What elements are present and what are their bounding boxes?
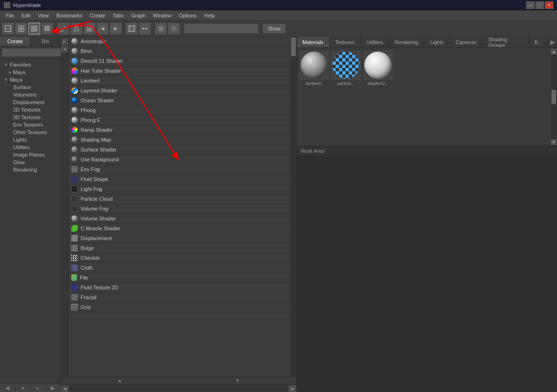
- tool-btn-6[interactable]: [83, 23, 96, 35]
- tree-item-maya[interactable]: ▼ Maya: [0, 76, 60, 83]
- swatch-particle[interactable]: particle...: [331, 50, 361, 88]
- shader-fractal[interactable]: Fractal: [68, 293, 291, 302]
- menu-file[interactable]: File: [2, 12, 18, 19]
- tree-item-utilities[interactable]: Utilities: [0, 143, 60, 151]
- shader-fluidshape[interactable]: Fluid Shape: [68, 174, 291, 184]
- hscroll-left[interactable]: ◀: [61, 385, 68, 392]
- tree-item-imageplanes[interactable]: Image Planes: [0, 151, 60, 158]
- menu-graph[interactable]: Graph: [128, 12, 150, 19]
- menu-options[interactable]: Options: [175, 12, 200, 19]
- search-toolbar-input[interactable]: [184, 23, 259, 34]
- side-btn-2[interactable]: ◀: [61, 46, 68, 53]
- tree-item-rendering[interactable]: Rendering: [0, 166, 60, 173]
- tool-btn-4[interactable]: [41, 23, 53, 35]
- tree-item-volumetric[interactable]: Volumetric: [0, 91, 60, 98]
- shader-ocean[interactable]: Ocean Shader: [68, 96, 291, 106]
- shader-fluidtex2d[interactable]: Fluid Texture 2D: [68, 283, 291, 293]
- tree-item-othertextures[interactable]: Other Textures: [0, 128, 60, 136]
- tool-btn-cog[interactable]: [168, 23, 180, 35]
- shader-scroll-up[interactable]: ▲: [61, 377, 179, 384]
- swatch-shadergl[interactable]: shaderGl...: [362, 50, 393, 88]
- rtab-materials[interactable]: Materials: [297, 37, 330, 47]
- shader-scrollbar-thumb[interactable]: [291, 38, 296, 56]
- tree-item-displacement[interactable]: Displacement: [0, 98, 60, 106]
- tool-btn-next[interactable]: ▶: [110, 23, 122, 35]
- tool-btn-frame[interactable]: [126, 23, 138, 35]
- tree-item-maya-plus[interactable]: + Maya: [0, 68, 60, 76]
- rtab-rendering[interactable]: Rendering: [389, 37, 425, 47]
- rtab-cameras[interactable]: Cameras: [450, 37, 483, 47]
- tool-btn-3[interactable]: [28, 23, 40, 35]
- close-button[interactable]: ✕: [545, 1, 553, 9]
- tree-item-envtextures[interactable]: Env Textures: [0, 121, 60, 128]
- tree-scroll-left[interactable]: ◀: [0, 384, 15, 392]
- work-area-canvas[interactable]: [297, 156, 557, 392]
- hscroll-track[interactable]: [69, 386, 288, 391]
- shader-layered[interactable]: Layered Shader: [68, 86, 291, 96]
- shader-particlecloud[interactable]: Particle Cloud: [68, 194, 291, 204]
- shader-lambert[interactable]: Lambert: [68, 76, 291, 86]
- rtab-arrow[interactable]: ▶: [548, 37, 557, 47]
- rtab-utilities[interactable]: Utilities: [361, 37, 389, 47]
- menu-view[interactable]: View: [34, 12, 53, 19]
- tree-scroll-right[interactable]: ▶: [46, 384, 61, 392]
- tab-bin[interactable]: Bin: [30, 37, 60, 46]
- shader-checker[interactable]: Checker: [68, 253, 291, 263]
- shader-file[interactable]: File: [68, 273, 291, 283]
- menu-window[interactable]: Window: [149, 12, 175, 19]
- shader-cmuscleshader[interactable]: C Muscle Shader: [68, 224, 291, 234]
- tool-btn-wand[interactable]: [57, 23, 69, 35]
- shader-grid[interactable]: Grid: [68, 302, 291, 312]
- show-button[interactable]: Show: [263, 23, 286, 34]
- tree-scroll-right2[interactable]: ▸: [30, 384, 46, 392]
- shader-usebackground[interactable]: Use Background: [68, 155, 291, 165]
- shader-volumefog[interactable]: Volume Fog: [68, 204, 291, 214]
- tool-btn-target[interactable]: [155, 23, 167, 35]
- swatch-lambert1[interactable]: lambert1: [299, 50, 330, 88]
- rtab-shadinggroups[interactable]: Shading Groups: [482, 37, 529, 47]
- shader-hairtube[interactable]: Hair Tube Shader: [68, 66, 291, 76]
- shader-volumeshader[interactable]: Volume Shader: [68, 214, 291, 224]
- tool-btn-1[interactable]: [2, 23, 14, 35]
- shader-ramp[interactable]: Ramp Shader: [68, 125, 291, 135]
- side-btn-1[interactable]: ▶: [61, 38, 68, 45]
- shader-bulge[interactable]: Bulge: [68, 243, 291, 253]
- rtab-lights[interactable]: Lights: [424, 37, 450, 47]
- menu-create[interactable]: Create: [86, 12, 109, 19]
- rtab-b[interactable]: B...: [529, 37, 549, 47]
- menu-help[interactable]: Help: [200, 12, 218, 19]
- tree-item-3dtextures[interactable]: 3D Textures: [0, 113, 60, 121]
- shader-shadingmap[interactable]: Shading Map: [68, 135, 291, 145]
- tree-item-2dtextures[interactable]: 2D Textures: [0, 106, 60, 113]
- tree-item-favorites[interactable]: ▼ Favorites: [0, 61, 60, 68]
- shader-scroll-down[interactable]: ▼: [179, 377, 296, 384]
- shader-cloth[interactable]: Cloth: [68, 263, 291, 273]
- shader-anisotropic[interactable]: Anisotropic: [68, 37, 291, 46]
- swatch-scroll-down[interactable]: ▼: [551, 139, 557, 145]
- shader-phonge[interactable]: Phong E: [68, 115, 291, 125]
- shader-surface[interactable]: Surface Shader: [68, 145, 291, 155]
- rtab-textures[interactable]: Textures: [330, 37, 361, 47]
- shader-directx11[interactable]: DirectX 11 Shader: [68, 56, 291, 66]
- menu-tabs[interactable]: Tabs: [109, 12, 127, 19]
- menu-bookmarks[interactable]: Bookmarks: [53, 12, 86, 19]
- tree-item-surface[interactable]: Surface: [0, 83, 60, 91]
- shader-envfog[interactable]: Env Fog: [68, 165, 291, 174]
- tree-item-glow[interactable]: Glow: [0, 158, 60, 166]
- minimize-button[interactable]: —: [526, 1, 534, 9]
- tree-item-lights[interactable]: Lights: [0, 136, 60, 143]
- shader-phong[interactable]: Phong: [68, 106, 291, 115]
- tab-create[interactable]: Create: [0, 37, 30, 46]
- shader-blinn[interactable]: Blinn: [68, 46, 291, 56]
- tree-scroll-left2[interactable]: ◂: [15, 384, 31, 392]
- shader-lightfog[interactable]: Light Fog: [68, 184, 291, 194]
- shader-displacement[interactable]: Displacement: [68, 234, 291, 243]
- tool-btn-5[interactable]: [70, 23, 83, 35]
- hscroll-right[interactable]: ▶: [289, 385, 296, 392]
- swatch-scroll-up[interactable]: ▲: [551, 49, 557, 54]
- tool-btn-connect[interactable]: [139, 23, 151, 35]
- menu-edit[interactable]: Edit: [18, 12, 34, 19]
- tool-btn-prev[interactable]: ◀: [97, 23, 109, 35]
- maximize-button[interactable]: □: [535, 1, 544, 9]
- tool-btn-2[interactable]: [15, 23, 27, 35]
